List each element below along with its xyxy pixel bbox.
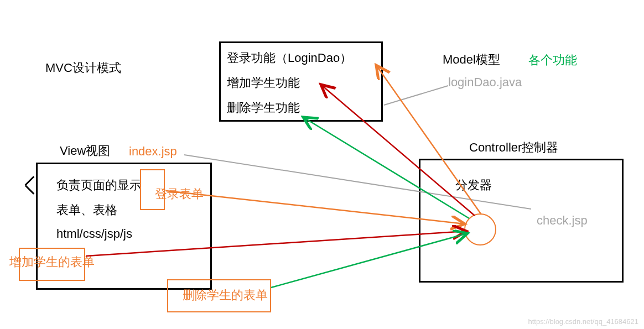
model-item-add: 增加学生功能 <box>227 75 300 91</box>
add-form-label: 增加学生的表单 <box>9 254 95 270</box>
chevron-left-icon <box>24 176 35 195</box>
svg-line-1 <box>384 86 448 105</box>
view-item-tech: html/css/jsp/js <box>56 227 132 241</box>
delete-form-label: 删除学生的表单 <box>183 287 268 304</box>
model-file: loginDao.java <box>448 75 522 90</box>
controller-box <box>419 159 624 283</box>
controller-file: check.jsp <box>537 213 588 228</box>
view-file: index.jsp <box>129 144 177 159</box>
controller-heading: Controller控制器 <box>469 139 558 156</box>
view-item-display: 负责页面的显示 <box>56 177 142 194</box>
login-form-label: 登录表单 <box>155 186 204 202</box>
model-item-delete: 删除学生功能 <box>227 100 300 116</box>
watermark: https://blog.csdn.net/qq_41684621 <box>528 317 639 326</box>
model-item-login: 登录功能（LoginDao） <box>227 50 352 66</box>
diagram-title: MVC设计模式 <box>45 60 121 76</box>
model-heading: Model模型 <box>443 51 500 68</box>
model-annotation: 各个功能 <box>528 52 577 69</box>
controller-dispatcher: 分发器 <box>455 177 492 194</box>
view-item-forms: 表单、表格 <box>56 202 117 218</box>
view-heading: View视图 <box>60 143 110 159</box>
